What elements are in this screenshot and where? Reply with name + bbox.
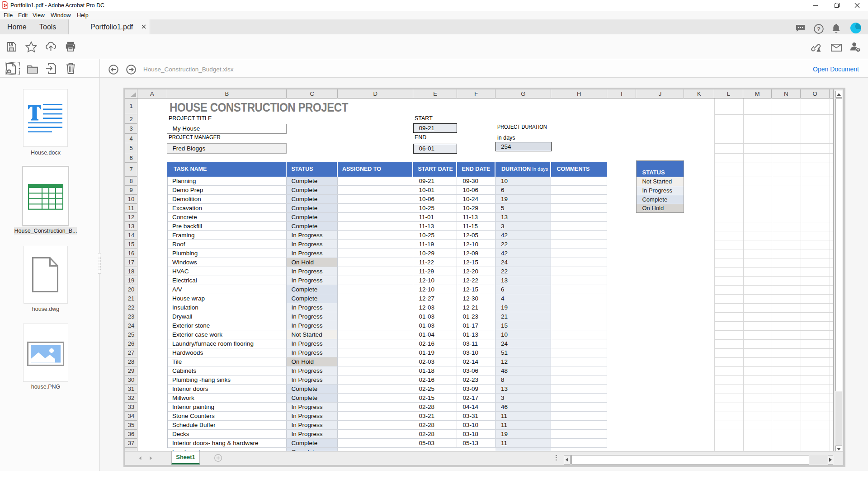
svg-text:?: ? [817, 26, 821, 33]
